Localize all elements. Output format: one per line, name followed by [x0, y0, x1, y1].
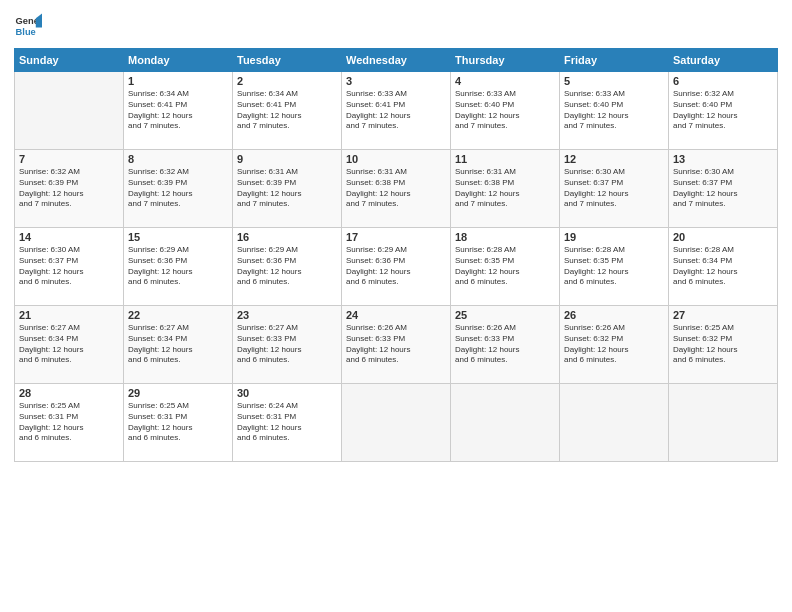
cell-content: Sunrise: 6:26 AMSunset: 6:32 PMDaylight:… [564, 323, 664, 366]
calendar-cell [15, 72, 124, 150]
calendar-week-1: 1Sunrise: 6:34 AMSunset: 6:41 PMDaylight… [15, 72, 778, 150]
calendar-cell: 15Sunrise: 6:29 AMSunset: 6:36 PMDayligh… [124, 228, 233, 306]
cell-content: Sunrise: 6:32 AMSunset: 6:40 PMDaylight:… [673, 89, 773, 132]
day-number: 6 [673, 75, 773, 87]
day-number: 21 [19, 309, 119, 321]
calendar-cell: 14Sunrise: 6:30 AMSunset: 6:37 PMDayligh… [15, 228, 124, 306]
cell-content: Sunrise: 6:29 AMSunset: 6:36 PMDaylight:… [237, 245, 337, 288]
cell-content: Sunrise: 6:27 AMSunset: 6:34 PMDaylight:… [128, 323, 228, 366]
day-number: 22 [128, 309, 228, 321]
calendar-header-tuesday: Tuesday [233, 49, 342, 72]
calendar-cell: 26Sunrise: 6:26 AMSunset: 6:32 PMDayligh… [560, 306, 669, 384]
calendar-cell: 7Sunrise: 6:32 AMSunset: 6:39 PMDaylight… [15, 150, 124, 228]
calendar-cell: 3Sunrise: 6:33 AMSunset: 6:41 PMDaylight… [342, 72, 451, 150]
calendar-cell: 17Sunrise: 6:29 AMSunset: 6:36 PMDayligh… [342, 228, 451, 306]
cell-content: Sunrise: 6:33 AMSunset: 6:40 PMDaylight:… [455, 89, 555, 132]
calendar-cell: 29Sunrise: 6:25 AMSunset: 6:31 PMDayligh… [124, 384, 233, 462]
day-number: 11 [455, 153, 555, 165]
calendar-cell: 25Sunrise: 6:26 AMSunset: 6:33 PMDayligh… [451, 306, 560, 384]
day-number: 13 [673, 153, 773, 165]
day-number: 16 [237, 231, 337, 243]
day-number: 30 [237, 387, 337, 399]
cell-content: Sunrise: 6:34 AMSunset: 6:41 PMDaylight:… [128, 89, 228, 132]
cell-content: Sunrise: 6:28 AMSunset: 6:35 PMDaylight:… [564, 245, 664, 288]
cell-content: Sunrise: 6:32 AMSunset: 6:39 PMDaylight:… [19, 167, 119, 210]
calendar-header-monday: Monday [124, 49, 233, 72]
calendar-cell: 12Sunrise: 6:30 AMSunset: 6:37 PMDayligh… [560, 150, 669, 228]
cell-content: Sunrise: 6:31 AMSunset: 6:38 PMDaylight:… [346, 167, 446, 210]
logo: General Blue [14, 12, 42, 40]
day-number: 25 [455, 309, 555, 321]
calendar-week-5: 28Sunrise: 6:25 AMSunset: 6:31 PMDayligh… [15, 384, 778, 462]
calendar-cell: 19Sunrise: 6:28 AMSunset: 6:35 PMDayligh… [560, 228, 669, 306]
cell-content: Sunrise: 6:32 AMSunset: 6:39 PMDaylight:… [128, 167, 228, 210]
cell-content: Sunrise: 6:30 AMSunset: 6:37 PMDaylight:… [564, 167, 664, 210]
svg-marker-2 [36, 14, 42, 28]
calendar-cell: 18Sunrise: 6:28 AMSunset: 6:35 PMDayligh… [451, 228, 560, 306]
cell-content: Sunrise: 6:34 AMSunset: 6:41 PMDaylight:… [237, 89, 337, 132]
day-number: 12 [564, 153, 664, 165]
calendar-cell: 10Sunrise: 6:31 AMSunset: 6:38 PMDayligh… [342, 150, 451, 228]
day-number: 2 [237, 75, 337, 87]
cell-content: Sunrise: 6:30 AMSunset: 6:37 PMDaylight:… [673, 167, 773, 210]
day-number: 18 [455, 231, 555, 243]
svg-text:Blue: Blue [16, 27, 36, 37]
calendar-header-row: SundayMondayTuesdayWednesdayThursdayFrid… [15, 49, 778, 72]
calendar-cell: 4Sunrise: 6:33 AMSunset: 6:40 PMDaylight… [451, 72, 560, 150]
day-number: 3 [346, 75, 446, 87]
calendar-cell [342, 384, 451, 462]
cell-content: Sunrise: 6:26 AMSunset: 6:33 PMDaylight:… [455, 323, 555, 366]
day-number: 7 [19, 153, 119, 165]
calendar-header-sunday: Sunday [15, 49, 124, 72]
cell-content: Sunrise: 6:31 AMSunset: 6:38 PMDaylight:… [455, 167, 555, 210]
day-number: 29 [128, 387, 228, 399]
day-number: 4 [455, 75, 555, 87]
calendar-week-3: 14Sunrise: 6:30 AMSunset: 6:37 PMDayligh… [15, 228, 778, 306]
calendar-table: SundayMondayTuesdayWednesdayThursdayFrid… [14, 48, 778, 462]
calendar-header-saturday: Saturday [669, 49, 778, 72]
day-number: 9 [237, 153, 337, 165]
calendar-week-4: 21Sunrise: 6:27 AMSunset: 6:34 PMDayligh… [15, 306, 778, 384]
calendar-cell: 24Sunrise: 6:26 AMSunset: 6:33 PMDayligh… [342, 306, 451, 384]
calendar-cell: 13Sunrise: 6:30 AMSunset: 6:37 PMDayligh… [669, 150, 778, 228]
calendar-cell: 2Sunrise: 6:34 AMSunset: 6:41 PMDaylight… [233, 72, 342, 150]
calendar-cell: 22Sunrise: 6:27 AMSunset: 6:34 PMDayligh… [124, 306, 233, 384]
cell-content: Sunrise: 6:28 AMSunset: 6:35 PMDaylight:… [455, 245, 555, 288]
calendar-cell: 5Sunrise: 6:33 AMSunset: 6:40 PMDaylight… [560, 72, 669, 150]
day-number: 14 [19, 231, 119, 243]
cell-content: Sunrise: 6:29 AMSunset: 6:36 PMDaylight:… [128, 245, 228, 288]
calendar-week-2: 7Sunrise: 6:32 AMSunset: 6:39 PMDaylight… [15, 150, 778, 228]
calendar-cell [560, 384, 669, 462]
cell-content: Sunrise: 6:30 AMSunset: 6:37 PMDaylight:… [19, 245, 119, 288]
day-number: 20 [673, 231, 773, 243]
calendar-header-thursday: Thursday [451, 49, 560, 72]
cell-content: Sunrise: 6:31 AMSunset: 6:39 PMDaylight:… [237, 167, 337, 210]
calendar-cell: 8Sunrise: 6:32 AMSunset: 6:39 PMDaylight… [124, 150, 233, 228]
calendar-header-wednesday: Wednesday [342, 49, 451, 72]
calendar-cell: 28Sunrise: 6:25 AMSunset: 6:31 PMDayligh… [15, 384, 124, 462]
day-number: 5 [564, 75, 664, 87]
logo-icon: General Blue [14, 12, 42, 40]
cell-content: Sunrise: 6:27 AMSunset: 6:33 PMDaylight:… [237, 323, 337, 366]
cell-content: Sunrise: 6:33 AMSunset: 6:40 PMDaylight:… [564, 89, 664, 132]
calendar-cell: 30Sunrise: 6:24 AMSunset: 6:31 PMDayligh… [233, 384, 342, 462]
cell-content: Sunrise: 6:26 AMSunset: 6:33 PMDaylight:… [346, 323, 446, 366]
calendar-cell: 27Sunrise: 6:25 AMSunset: 6:32 PMDayligh… [669, 306, 778, 384]
calendar-cell: 16Sunrise: 6:29 AMSunset: 6:36 PMDayligh… [233, 228, 342, 306]
cell-content: Sunrise: 6:25 AMSunset: 6:31 PMDaylight:… [128, 401, 228, 444]
calendar-cell: 11Sunrise: 6:31 AMSunset: 6:38 PMDayligh… [451, 150, 560, 228]
day-number: 1 [128, 75, 228, 87]
day-number: 8 [128, 153, 228, 165]
day-number: 17 [346, 231, 446, 243]
header: General Blue [14, 12, 778, 40]
calendar-cell: 23Sunrise: 6:27 AMSunset: 6:33 PMDayligh… [233, 306, 342, 384]
day-number: 28 [19, 387, 119, 399]
cell-content: Sunrise: 6:25 AMSunset: 6:32 PMDaylight:… [673, 323, 773, 366]
day-number: 23 [237, 309, 337, 321]
page-container: General Blue SundayMondayTuesdayWednesda… [0, 0, 792, 472]
cell-content: Sunrise: 6:24 AMSunset: 6:31 PMDaylight:… [237, 401, 337, 444]
calendar-cell: 20Sunrise: 6:28 AMSunset: 6:34 PMDayligh… [669, 228, 778, 306]
cell-content: Sunrise: 6:28 AMSunset: 6:34 PMDaylight:… [673, 245, 773, 288]
day-number: 15 [128, 231, 228, 243]
calendar-cell: 6Sunrise: 6:32 AMSunset: 6:40 PMDaylight… [669, 72, 778, 150]
